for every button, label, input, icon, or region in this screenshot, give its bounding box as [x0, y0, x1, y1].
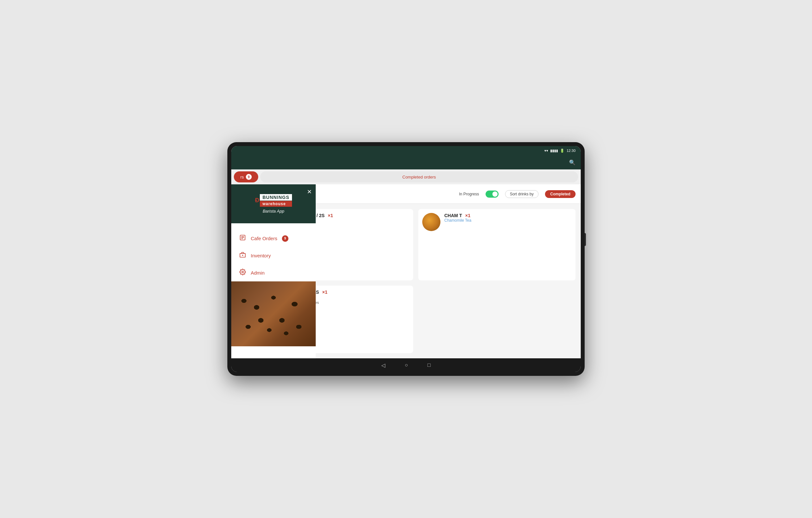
sidebar-item-inventory[interactable]: Inventory	[231, 247, 316, 264]
drink-info-2: CHAM T ×1 Chamomile Tea	[444, 213, 572, 277]
coffee-beans-visual	[231, 281, 316, 346]
sidebar-drawer: ✕ Ð BUNNINGS warehouse Bar	[231, 184, 316, 358]
nav-home-button[interactable]: ○	[405, 362, 408, 368]
cafe-orders-badge: 9	[282, 235, 288, 242]
nav-recent-button[interactable]: □	[428, 362, 431, 368]
drink-code-text-2: CHAM T	[444, 213, 462, 218]
status-bar: ▾▾ ▮▮▮▮ 🔋 12:30	[231, 146, 581, 155]
drink-qty-3: ×1	[322, 290, 327, 295]
wifi-icon: ▾▾	[544, 149, 548, 153]
tab-completed-label: Completed orders	[402, 175, 436, 180]
nav-back-button[interactable]: ◁	[381, 362, 385, 368]
sidebar-item-cafe-orders[interactable]: Cafe Orders 9	[231, 230, 316, 247]
sort-drinks-button[interactable]: Sort drinks by	[505, 190, 539, 198]
tab-orders[interactable]: rs 9	[234, 171, 258, 182]
drink-code-2: CHAM T ×1	[444, 213, 572, 218]
drink-image-2	[422, 213, 440, 231]
battery-icon: 🔋	[560, 149, 564, 153]
drink-qty-2: ×1	[465, 213, 470, 218]
sidebar-header: ✕ Ð BUNNINGS warehouse Bar	[231, 184, 316, 223]
tab-bar: rs 9 Completed orders	[231, 170, 581, 184]
svg-point-7	[242, 271, 243, 273]
drink-type-2: Chamomile Tea	[444, 218, 572, 223]
tab-completed-orders[interactable]: Completed orders	[260, 171, 578, 182]
drink-qty-1: ×1	[328, 213, 333, 218]
orders-badge: 9	[246, 174, 252, 180]
search-icon[interactable]: 🔍	[569, 159, 576, 165]
completed-button[interactable]: Completed	[545, 190, 576, 198]
admin-label: Admin	[251, 270, 265, 276]
sidebar-close-button[interactable]: ✕	[307, 188, 312, 195]
sidebar-item-admin[interactable]: Admin	[231, 264, 316, 281]
cafe-orders-label: Cafe Orders	[251, 236, 278, 241]
admin-icon	[239, 269, 246, 277]
app-header: 🔍	[231, 155, 581, 170]
in-progress-label: In Progress	[459, 192, 479, 196]
sidebar-body: Cafe Orders 9 Inve	[231, 223, 316, 358]
coffee-beans-image	[231, 281, 316, 346]
tab-orders-label: rs	[240, 175, 244, 180]
power-button[interactable]	[585, 233, 586, 246]
cafe-orders-icon	[239, 234, 246, 242]
time-display: 12:30	[567, 149, 576, 153]
tablet-screen: ▾▾ ▮▮▮▮ 🔋 12:30 🔍 rs 9 Completed orders	[231, 146, 581, 372]
tablet-device: ▾▾ ▮▮▮▮ 🔋 12:30 🔍 rs 9 Completed orders	[227, 142, 585, 376]
bottom-nav: ◁ ○ □	[231, 358, 581, 372]
inventory-label: Inventory	[251, 253, 271, 258]
bunnings-logo: Ð BUNNINGS warehouse	[255, 194, 292, 207]
in-progress-toggle[interactable]	[486, 190, 499, 197]
barista-app-label: Barista App	[263, 209, 285, 214]
status-icons: ▾▾ ▮▮▮▮ 🔋 12:30	[544, 149, 576, 153]
drink-card-2[interactable]: CHAM T ×1 Chamomile Tea	[418, 209, 576, 280]
content-wrapper: overdue 09:15 John D. 3 items Acknowledg…	[231, 184, 581, 358]
signal-icon: ▮▮▮▮	[550, 149, 558, 153]
bunnings-name: BUNNINGS warehouse	[260, 194, 292, 207]
inventory-icon	[239, 251, 246, 260]
